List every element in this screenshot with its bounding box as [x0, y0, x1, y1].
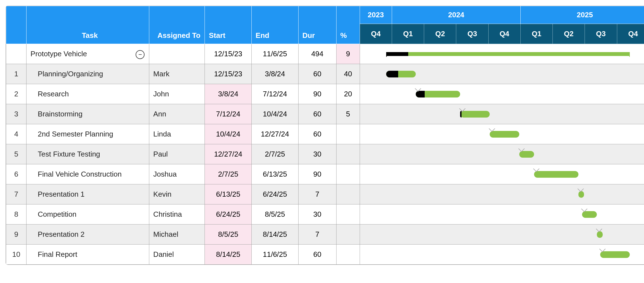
pct-cell[interactable]: [336, 164, 360, 184]
row-index: 4: [6, 124, 27, 144]
gantt-bar[interactable]: [460, 111, 490, 118]
gantt-bar[interactable]: [490, 131, 519, 138]
header-quarter: Q2: [424, 24, 456, 44]
gantt-bar[interactable]: [416, 91, 460, 97]
table-row[interactable]: 2ResearchJohn3/8/247/12/249020: [6, 84, 644, 104]
gantt-bar[interactable]: [582, 211, 597, 218]
dur-cell[interactable]: 60: [298, 245, 336, 265]
dur-cell[interactable]: 90: [298, 164, 336, 184]
gantt-bar[interactable]: [578, 191, 584, 198]
assigned-cell[interactable]: Michael: [149, 225, 205, 245]
pct-cell[interactable]: [336, 204, 360, 225]
task-name-cell[interactable]: Test Fixture Testing: [27, 144, 149, 164]
assigned-cell[interactable]: Kevin: [149, 184, 205, 204]
pct-cell[interactable]: [336, 245, 360, 265]
end-cell[interactable]: 10/4/24: [252, 104, 299, 124]
dur-cell[interactable]: 60: [298, 64, 336, 84]
dur-cell[interactable]: 60: [298, 104, 336, 124]
assigned-cell[interactable]: Joshua: [149, 164, 205, 184]
gantt-bar[interactable]: [386, 71, 416, 77]
table-row[interactable]: 1Planning/OrganizingMark12/15/233/8/2460…: [6, 64, 644, 84]
task-name-cell[interactable]: Competition: [27, 204, 149, 225]
end-cell[interactable]: 11/6/25: [252, 245, 299, 265]
end-cell[interactable]: 2/7/25: [252, 144, 299, 164]
start-cell[interactable]: 3/8/24: [205, 84, 252, 104]
pct-cell[interactable]: 5: [336, 104, 360, 124]
pct-cell[interactable]: [336, 124, 360, 144]
end-cell[interactable]: 3/8/24: [252, 64, 299, 84]
summary-row[interactable]: Prototype Vehicle−12/15/2311/6/254949: [6, 44, 644, 64]
assigned-cell[interactable]: Linda: [149, 124, 205, 144]
start-cell[interactable]: 2/7/25: [205, 164, 252, 184]
gantt-bar-cell: [360, 204, 644, 225]
pct-cell[interactable]: [336, 144, 360, 164]
table-row[interactable]: 3BrainstormingAnn7/12/2410/4/24605: [6, 104, 644, 124]
collapse-icon[interactable]: −: [136, 50, 145, 59]
gantt-bar-cell: [360, 184, 644, 204]
table-row[interactable]: 42nd Semester PlanningLinda10/4/2412/27/…: [6, 124, 644, 144]
dur-cell[interactable]: 30: [298, 144, 336, 164]
assigned-cell[interactable]: Mark: [149, 64, 205, 84]
end-cell[interactable]: 12/27/24: [252, 124, 299, 144]
gantt-table: Task Assigned To Start End Dur % 2023 20…: [6, 6, 644, 265]
header-pct[interactable]: %: [336, 6, 360, 44]
summary-pct: 9: [336, 44, 360, 64]
pct-cell[interactable]: [336, 184, 360, 204]
assigned-cell[interactable]: Daniel: [149, 245, 205, 265]
assigned-cell[interactable]: John: [149, 84, 205, 104]
end-cell[interactable]: 8/5/25: [252, 204, 299, 225]
table-row[interactable]: 6Final Vehicle ConstructionJoshua2/7/256…: [6, 164, 644, 184]
task-name-cell[interactable]: Presentation 2: [27, 225, 149, 245]
gantt-bar[interactable]: [534, 171, 578, 178]
table-row[interactable]: 7Presentation 1Kevin6/13/256/24/257: [6, 184, 644, 204]
header-year-2025: 2025: [520, 6, 644, 24]
assigned-cell[interactable]: Christina: [149, 204, 205, 225]
start-cell[interactable]: 8/14/25: [205, 245, 252, 265]
row-index: 8: [6, 204, 27, 225]
end-cell[interactable]: 6/24/25: [252, 184, 299, 204]
start-cell[interactable]: 6/13/25: [205, 184, 252, 204]
start-cell[interactable]: 7/12/24: [205, 104, 252, 124]
table-row[interactable]: 8CompetitionChristina6/24/258/5/2530: [6, 204, 644, 225]
dur-cell[interactable]: 30: [298, 204, 336, 225]
task-name-cell[interactable]: Planning/Organizing: [27, 64, 149, 84]
header-end[interactable]: End: [252, 6, 299, 44]
header-assigned[interactable]: Assigned To: [149, 6, 205, 44]
dur-cell[interactable]: 7: [298, 225, 336, 245]
summary-gantt-bar[interactable]: [386, 52, 629, 56]
gantt-bar[interactable]: [597, 231, 603, 238]
gantt-bar-cell: [360, 144, 644, 164]
task-name-cell[interactable]: 2nd Semester Planning: [27, 124, 149, 144]
gantt-bar[interactable]: [600, 251, 630, 258]
pct-cell[interactable]: [336, 225, 360, 245]
task-name-cell[interactable]: Research: [27, 84, 149, 104]
end-cell[interactable]: 8/14/25: [252, 225, 299, 245]
pct-cell[interactable]: 40: [336, 64, 360, 84]
header-quarter: Q2: [553, 24, 585, 44]
header-dur[interactable]: Dur: [298, 6, 336, 44]
task-name-cell[interactable]: Presentation 1: [27, 184, 149, 204]
table-row[interactable]: 10Final ReportDaniel8/14/2511/6/2560: [6, 245, 644, 265]
end-cell[interactable]: 7/12/24: [252, 84, 299, 104]
gantt-bar-progress: [386, 71, 398, 77]
start-cell[interactable]: 10/4/24: [205, 124, 252, 144]
task-name-cell[interactable]: Final Report: [27, 245, 149, 265]
dur-cell[interactable]: 90: [298, 84, 336, 104]
end-cell[interactable]: 6/13/25: [252, 164, 299, 184]
task-name-cell[interactable]: Final Vehicle Construction: [27, 164, 149, 184]
dur-cell[interactable]: 7: [298, 184, 336, 204]
dur-cell[interactable]: 60: [298, 124, 336, 144]
assigned-cell[interactable]: Paul: [149, 144, 205, 164]
start-cell[interactable]: 6/24/25: [205, 204, 252, 225]
start-cell[interactable]: 12/27/24: [205, 144, 252, 164]
start-cell[interactable]: 12/15/23: [205, 64, 252, 84]
task-name-cell[interactable]: Brainstorming: [27, 104, 149, 124]
table-row[interactable]: 5Test Fixture TestingPaul12/27/242/7/253…: [6, 144, 644, 164]
assigned-cell[interactable]: Ann: [149, 104, 205, 124]
header-start[interactable]: Start: [205, 6, 252, 44]
header-task[interactable]: Task: [27, 6, 149, 44]
pct-cell[interactable]: 20: [336, 84, 360, 104]
start-cell[interactable]: 8/5/25: [205, 225, 252, 245]
row-index: 6: [6, 164, 27, 184]
table-row[interactable]: 9Presentation 2Michael8/5/258/14/257: [6, 225, 644, 245]
